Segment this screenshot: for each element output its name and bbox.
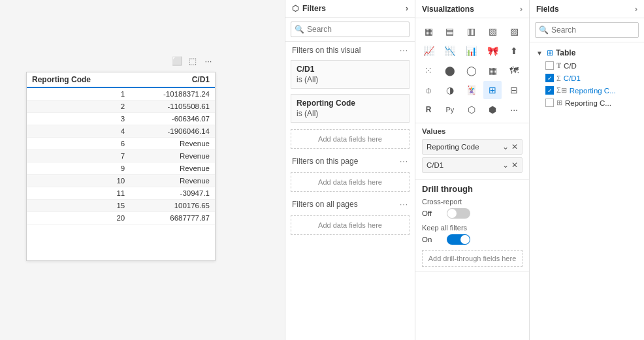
more-toolbar-icon[interactable]: ···: [202, 54, 215, 67]
table-container: Reporting Code C/D1 1 -10188371.24 2 -11…: [27, 72, 215, 260]
keep-filters-on-label: On: [422, 236, 442, 243]
viz-field-cd1-expand-icon[interactable]: ⌄: [502, 161, 509, 170]
filter-reporting-name: Reporting Code: [297, 99, 404, 108]
viz-drill-title: Drill through: [422, 184, 523, 194]
viz-drill-section: Drill through Cross-report Off Keep all …: [415, 180, 529, 271]
viz-collapse-icon[interactable]: ›: [520, 4, 523, 14]
viz-header: Visualizations ›: [415, 0, 529, 18]
row-col2: Revenue: [130, 162, 215, 175]
fields-tree-item[interactable]: ✓ Σ C/D1: [532, 72, 641, 84]
row-col2: 100176.65: [130, 200, 215, 212]
fields-tree-item[interactable]: ✓ Σ⊞ Reporting C...: [532, 84, 641, 97]
viz-icon-map[interactable]: 🗺: [505, 61, 523, 80]
filter-reporting-code-card[interactable]: Reporting Code is (All): [291, 94, 410, 123]
viz-icon-more[interactable]: ···: [505, 100, 523, 119]
filters-page-label: Filters on this page: [292, 157, 358, 166]
viz-icon-scatter[interactable]: ⁙: [419, 61, 438, 80]
add-drill-fields-btn[interactable]: Add drill-through fields here: [422, 250, 523, 267]
item-type-icon-0: 𝐓: [556, 61, 561, 70]
viz-icon-waterfall[interactable]: ⬆: [505, 42, 523, 60]
viz-icon-treemap[interactable]: ▦: [483, 61, 502, 80]
filters-search-icon: 🔍: [295, 25, 304, 34]
viz-icon-area[interactable]: 📉: [441, 42, 459, 60]
fields-group-table-header[interactable]: ▼ ⊞ Table: [532, 46, 641, 59]
viz-field-cd1[interactable]: C/D1 ⌄ ✕: [422, 157, 523, 173]
filters-page-menu[interactable]: ···: [400, 157, 408, 166]
viz-icon-stacked-bar[interactable]: ▥: [462, 22, 481, 40]
viz-icon-combo[interactable]: 📊: [462, 42, 481, 60]
filter-cd1-card[interactable]: C/D1 is (All): [291, 60, 410, 89]
viz-icon-card[interactable]: 🃏: [462, 81, 481, 99]
table-row: 15 100176.65: [27, 200, 215, 212]
canvas-area: ⬜ ⬚ ··· Reporting Code C/D1 1 -10188371.…: [0, 0, 285, 340]
data-table: Reporting Code C/D1 1 -10188371.24 2 -11…: [27, 72, 215, 224]
filters-allpages-menu[interactable]: ···: [400, 200, 408, 209]
viz-icon-table[interactable]: ⊞: [483, 81, 502, 99]
fields-tree-item[interactable]: ⊞ Reporting C...: [532, 97, 641, 109]
viz-icon-pie[interactable]: ⬤: [441, 61, 459, 80]
row-col2: Revenue: [130, 175, 215, 187]
viz-icon-gauge[interactable]: ◑: [441, 81, 459, 99]
viz-icon-bar[interactable]: ▦: [419, 22, 438, 40]
row-col2: -1906046.14: [130, 125, 215, 138]
item-label-2: Reporting C...: [570, 87, 616, 95]
keep-filters-label: Keep all filters: [422, 224, 523, 232]
filters-collapse-icon[interactable]: ›: [406, 4, 408, 13]
keep-filters-thumb: [460, 235, 470, 244]
viz-icon-hbar[interactable]: ▨: [505, 22, 523, 40]
viz-icon-r[interactable]: R: [419, 100, 438, 119]
item-type-icon-1: Σ: [556, 74, 561, 82]
col-header-cd1[interactable]: C/D1: [130, 72, 215, 87]
viz-icon-line[interactable]: 📈: [419, 42, 438, 60]
viz-field-close-icon[interactable]: ✕: [511, 142, 518, 151]
viz-icon-custom2[interactable]: ⬢: [483, 100, 502, 119]
item-checkbox-2[interactable]: ✓: [545, 86, 554, 95]
viz-icon-funnel[interactable]: ⌽: [419, 81, 438, 99]
item-label-0: C/D: [564, 62, 577, 70]
viz-icon-donut[interactable]: ◯: [462, 61, 481, 80]
viz-icon-py[interactable]: Py: [441, 100, 459, 119]
table-row: 4 -1906046.14: [27, 125, 215, 138]
row-col1: 1: [27, 87, 130, 100]
row-col2: Revenue: [130, 150, 215, 162]
row-col1: 7: [27, 150, 130, 162]
cross-report-toggle[interactable]: [447, 208, 470, 219]
add-data-allpages-btn[interactable]: Add data fields here: [291, 215, 410, 235]
item-checkbox-0[interactable]: [545, 61, 554, 70]
focus-toolbar-icon[interactable]: ⬚: [186, 54, 199, 67]
viz-field-cd1-close-icon[interactable]: ✕: [511, 161, 518, 170]
viz-icon-ribbon[interactable]: 🎀: [483, 42, 502, 60]
table-row: 10 Revenue: [27, 175, 215, 187]
visualizations-panel: Visualizations › ▦ ▤ ▥ ▧ ▨ 📈 📉 📊 🎀 ⬆ ⁙ ⬤…: [415, 0, 530, 340]
filter-cd1-value: is (All): [297, 75, 404, 84]
viz-icon-matrix[interactable]: ⊟: [505, 81, 523, 99]
viz-icon-custom1[interactable]: ⬡: [462, 100, 481, 119]
row-col2: -10188371.24: [130, 87, 215, 100]
add-data-visual-btn[interactable]: Add data fields here: [291, 129, 410, 149]
keep-filters-toggle[interactable]: [447, 234, 470, 245]
item-checkbox-3[interactable]: [545, 99, 554, 107]
table-group-icon: ⊞: [547, 48, 553, 57]
filter-toolbar-icon[interactable]: ⬜: [170, 54, 184, 67]
row-col2: 6687777.87: [130, 212, 215, 224]
viz-field-reporting-code[interactable]: Reporting Code ⌄ ✕: [422, 139, 523, 155]
fields-search-input[interactable]: [535, 22, 639, 38]
filters-visual-menu[interactable]: ···: [400, 46, 408, 55]
viz-field-expand-icon[interactable]: ⌄: [502, 142, 509, 151]
filter-icon: ⬡: [292, 4, 298, 13]
fields-tree-item[interactable]: 𝐓 C/D: [532, 59, 641, 72]
table-row: 20 6687777.87: [27, 212, 215, 224]
viz-icon-cluster-bar[interactable]: ▤: [441, 22, 459, 40]
col-header-reporting-code[interactable]: Reporting Code: [27, 72, 130, 87]
row-col1: 10: [27, 175, 130, 187]
item-checkbox-1[interactable]: ✓: [545, 74, 554, 82]
viz-title: Visualizations: [422, 5, 474, 14]
table-visual: ⬜ ⬚ ··· Reporting Code C/D1 1 -10188371.…: [26, 72, 216, 261]
fields-collapse-icon[interactable]: ›: [635, 4, 637, 14]
add-data-page-btn[interactable]: Add data fields here: [291, 172, 410, 192]
filters-search-input[interactable]: [291, 22, 410, 37]
row-col1: 4: [27, 125, 130, 138]
cross-report-toggle-row: Off: [422, 208, 523, 219]
viz-icon-bar-100[interactable]: ▧: [483, 22, 502, 40]
row-col1: 11: [27, 187, 130, 200]
